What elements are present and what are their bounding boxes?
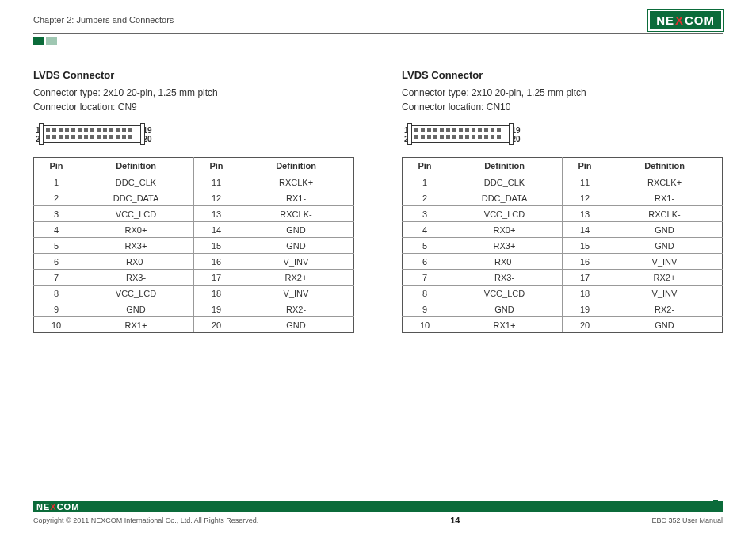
connector-section: LVDS ConnectorConnector type: 2x10 20-pi…	[33, 69, 354, 333]
table-row: 8VCC_LCD18V_INV	[403, 286, 723, 301]
pin-dot-icon	[472, 135, 475, 139]
pin-dot-icon	[414, 128, 418, 132]
cell-pin: 8	[403, 286, 448, 301]
col-header-pin: Pin	[562, 158, 607, 174]
page-number: 14	[450, 516, 460, 525]
pin-dot-icon	[65, 135, 69, 139]
footer-decoration	[713, 500, 723, 504]
pin-dot-icon	[491, 128, 494, 132]
cell-definition: RX1-	[607, 190, 722, 206]
cell-pin: 11	[562, 174, 607, 190]
cell-definition: RX1+	[447, 317, 562, 333]
pin-dot-icon	[59, 128, 63, 132]
pin-dot-icon	[452, 135, 456, 139]
cell-pin: 10	[34, 317, 79, 333]
cell-definition: VCC_LCD	[78, 286, 193, 301]
cell-definition: RX0+	[447, 222, 562, 238]
cell-pin: 17	[562, 270, 607, 286]
cell-pin: 6	[403, 254, 448, 270]
table-row: 2DDC_DATA12RX1-	[34, 190, 354, 206]
pin-dot-icon	[421, 128, 425, 132]
logo-x: X	[674, 13, 685, 27]
footer-logo-x: X	[50, 502, 56, 512]
pin-dot-icon	[84, 135, 88, 139]
cell-pin: 19	[562, 301, 607, 317]
cell-definition: RXCLK-	[607, 206, 722, 222]
cell-definition: V_INV	[239, 286, 353, 301]
connector-type-line: Connector type: 2x10 20-pin, 1.25 mm pit…	[33, 86, 354, 100]
cell-pin: 16	[193, 254, 239, 270]
chapter-label: Chapter 2: Jumpers and Connectors	[33, 15, 174, 25]
pin-dot-icon	[90, 128, 94, 132]
pin-dot-icon	[446, 135, 450, 139]
table-row: 8VCC_LCD18V_INV	[34, 286, 354, 301]
pin-dot-icon	[440, 135, 444, 139]
pin-dot-icon	[46, 135, 50, 139]
logo-post: COM	[685, 13, 715, 27]
cell-definition: RX0+	[78, 222, 193, 238]
cell-pin: 1	[34, 174, 79, 190]
table-row: 9GND19RX2-	[403, 301, 723, 317]
footer-logo: NEXCOM	[36, 501, 79, 512]
connector-description: Connector type: 2x10 20-pin, 1.25 mm pit…	[33, 86, 354, 114]
cell-pin: 3	[34, 206, 79, 222]
cell-pin: 7	[403, 270, 448, 286]
table-row: 1DDC_CLK11RXCLK+	[403, 174, 723, 190]
pin-dot-icon	[78, 128, 82, 132]
pin-dot-icon	[109, 128, 113, 132]
pin-dot-icon	[465, 128, 469, 132]
footer-logo-post: COM	[57, 502, 80, 512]
pin-dot-icon	[103, 135, 107, 139]
doc-name: EBC 352 User Manual	[651, 516, 723, 524]
col-header-definition: Definition	[239, 158, 353, 174]
pin-dot-icon	[128, 128, 132, 132]
col-header-pin: Pin	[403, 158, 448, 174]
table-row: 4RX0+14GND	[34, 222, 354, 238]
cell-pin: 4	[403, 222, 448, 238]
pin-dot-icon	[491, 135, 494, 139]
cell-definition: RXCLK+	[607, 174, 722, 190]
cell-pin: 11	[193, 174, 239, 190]
cell-definition: VCC_LCD	[447, 286, 562, 301]
connector-section: LVDS ConnectorConnector type: 2x10 20-pi…	[402, 69, 723, 333]
cell-pin: 3	[403, 206, 448, 222]
cell-definition: GND	[239, 222, 353, 238]
table-row: 6RX0-16V_INV	[34, 254, 354, 270]
cell-definition: GND	[239, 317, 353, 333]
pin-dot-icon	[414, 135, 418, 139]
col-header-pin: Pin	[34, 158, 79, 174]
pin-dot-icon	[116, 135, 120, 139]
pin-dot-icon	[452, 128, 456, 132]
header-divider	[33, 33, 723, 34]
logo-pre: NE	[656, 13, 674, 27]
col-header-definition: Definition	[78, 158, 193, 174]
cell-definition: RXCLK-	[239, 206, 353, 222]
pin-dot-row	[43, 126, 141, 132]
cell-definition: RX2-	[239, 301, 353, 317]
cell-definition: GND	[78, 301, 193, 317]
cell-pin: 6	[34, 254, 79, 270]
pin-dot-icon	[116, 128, 120, 132]
cell-pin: 20	[193, 317, 239, 333]
cell-definition: GND	[239, 238, 353, 254]
cell-definition: RX2+	[239, 270, 353, 286]
connector-location-line: Connector location: CN10	[402, 100, 723, 114]
pin-dot-icon	[497, 135, 501, 139]
pin-dot-icon	[84, 128, 88, 132]
cell-definition: DDC_CLK	[447, 174, 562, 190]
pin-dot-icon	[122, 135, 126, 139]
cell-pin: 15	[562, 238, 607, 254]
cell-pin: 15	[193, 238, 239, 254]
connector-type-line: Connector type: 2x10 20-pin, 1.25 mm pit…	[402, 86, 723, 100]
accent-squares	[33, 37, 723, 45]
pin-dot-icon	[427, 135, 431, 139]
cell-definition: V_INV	[607, 286, 722, 301]
pinout-table: PinDefinitionPinDefinition1DDC_CLK11RXCL…	[33, 157, 354, 333]
pin-dot-icon	[103, 128, 107, 132]
table-row: 9GND19RX2-	[34, 301, 354, 317]
section-title: LVDS Connector	[33, 69, 354, 81]
pin-dot-icon	[52, 128, 56, 132]
pin-dot-icon	[78, 135, 82, 139]
col-header-pin: Pin	[193, 158, 239, 174]
pin-dot-icon	[128, 135, 132, 139]
